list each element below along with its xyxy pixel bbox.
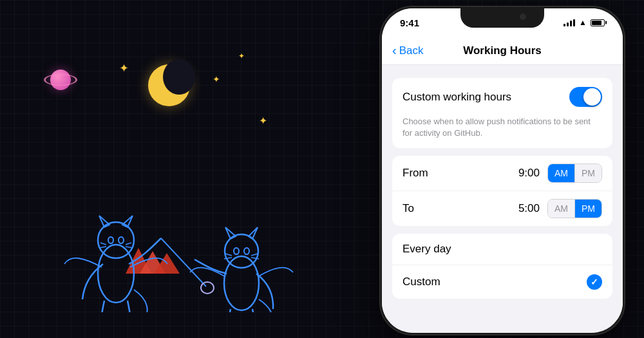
sparkle-icon: ✦ [238,52,245,61]
svg-point-20 [244,248,249,254]
toggle-thumb [583,88,601,106]
svg-point-16 [225,234,258,268]
back-label[interactable]: Back [399,44,424,57]
custom-checkmark: ✓ [587,274,602,290]
svg-point-14 [201,282,214,294]
camera-icon [520,14,526,20]
sparkle-icon: ✦ [213,74,220,84]
svg-line-23 [251,254,258,256]
every-day-label: Every day [402,243,451,256]
svg-line-9 [100,243,106,245]
to-am-pm-group: AM PM [547,199,602,218]
nav-bar: ‹ Back Working Hours [382,37,623,65]
svg-point-19 [234,248,239,254]
sparkle-icon: ✦ [119,61,129,75]
custom-hours-toggle[interactable] [569,87,602,107]
schedule-card: Every day Custom ✓ [392,234,612,299]
moon-decoration [148,64,193,106]
to-row: To 5:00 AM PM [392,191,612,226]
back-chevron-icon: ‹ [392,44,397,57]
from-label: From [402,167,435,180]
battery-fill [592,21,601,25]
phone-notch [460,8,544,28]
from-value: 9:00 [518,167,540,180]
svg-point-8 [118,237,124,243]
every-day-row[interactable]: Every day [392,234,612,265]
svg-line-12 [126,247,133,248]
status-time: 9:41 [400,17,419,28]
from-row: From 9:00 AM PM [392,156,612,191]
moon-shape [148,64,190,106]
svg-point-7 [108,237,113,243]
back-button[interactable]: ‹ Back [392,44,423,57]
planet-body [50,70,71,90]
signal-icon [564,19,575,26]
planet-decoration [50,70,71,90]
to-am-button[interactable]: AM [548,200,575,218]
custom-row[interactable]: Custom ✓ [392,265,612,299]
art-area: ✦ ✦ ✦ ✦ [0,0,348,338]
toggle-row: Custom working hours [392,78,612,116]
svg-line-10 [99,247,106,248]
to-label: To [402,202,435,215]
battery-icon [591,19,605,26]
phone-frame: 9:41 ▲ ‹ Bac [380,6,625,335]
phone-body: 9:41 ▲ ‹ Bac [380,6,625,335]
svg-point-15 [224,256,259,310]
svg-point-4 [98,222,134,258]
cats-illustration [26,106,322,312]
from-am-button[interactable]: AM [548,164,575,182]
toggle-description: Choose when to allow push notifications … [392,116,612,148]
custom-label: Custom [402,276,440,288]
phone-screen: 9:41 ▲ ‹ Bac [382,8,623,333]
planet-ring [44,74,77,86]
nav-title: Working Hours [463,44,542,57]
content-area: Custom working hours Choose when to allo… [382,65,623,319]
time-card: From 9:00 AM PM To 5:00 AM PM [392,156,612,226]
to-value: 5:00 [518,202,540,215]
toggle-card: Custom working hours Choose when to allo… [392,78,612,148]
moon-bite [163,59,195,95]
wifi-icon: ▲ [579,18,587,27]
svg-line-11 [126,243,131,245]
toggle-label: Custom working hours [402,91,511,104]
svg-line-21 [225,254,232,256]
status-icons: ▲ [564,18,605,27]
to-pm-button[interactable]: PM [575,200,601,218]
from-pm-button[interactable]: PM [575,164,601,182]
svg-marker-17 [225,227,236,239]
from-am-pm-group: AM PM [547,164,602,183]
svg-marker-18 [249,227,258,239]
